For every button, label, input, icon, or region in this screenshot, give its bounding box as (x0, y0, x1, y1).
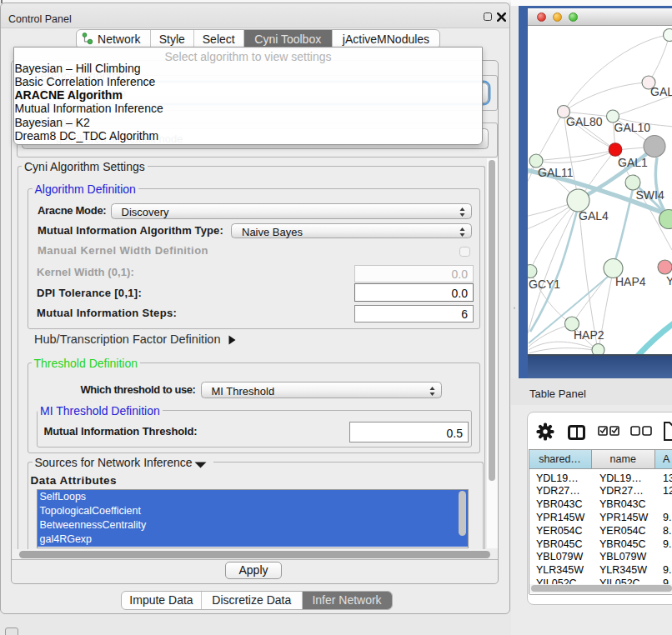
svg-text:GAL10: GAL10 (614, 121, 651, 134)
svg-text:HAP4: HAP4 (615, 275, 646, 288)
svg-text:GAL80: GAL80 (566, 115, 603, 128)
svg-text:GCY1: GCY1 (529, 278, 560, 291)
svg-text:GAL11: GAL11 (538, 166, 574, 179)
svg-text:SWI4: SWI4 (636, 188, 664, 202)
svg-text:GAL1: GAL1 (618, 156, 648, 169)
svg-text:GAL4: GAL4 (579, 209, 609, 222)
svg-text:GAL2: GAL2 (650, 85, 672, 98)
svg-text:Y: Y (666, 274, 672, 288)
svg-text:HAP2: HAP2 (574, 328, 604, 342)
